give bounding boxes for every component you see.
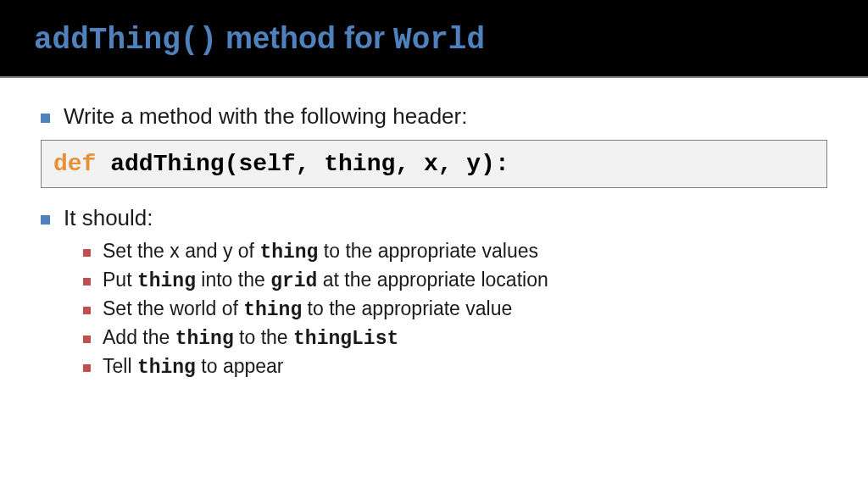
title-mid: method for bbox=[217, 20, 393, 55]
slide-content: Write a method with the following header… bbox=[0, 78, 868, 379]
sub-bullet-item: Set the world of thing to the appropriat… bbox=[83, 297, 827, 321]
sub-bullet-text: Add the thing to the thingList bbox=[103, 326, 398, 350]
sub-bullet-item: Tell thing to appear bbox=[83, 355, 827, 379]
title-code-2: World bbox=[393, 23, 485, 58]
sub-bullet-item: Add the thing to the thingList bbox=[83, 326, 827, 350]
sub-bullet-text: Set the x and y of thing to the appropri… bbox=[103, 240, 538, 263]
text-segment: at the appropriate location bbox=[317, 269, 548, 291]
sub-bullet-text: Tell thing to appear bbox=[103, 355, 284, 379]
code-segment: thing bbox=[137, 357, 196, 379]
sub-bullet-marker-icon bbox=[83, 336, 91, 343]
bullet-item: Write a method with the following header… bbox=[41, 103, 827, 130]
text-segment: Put bbox=[103, 269, 137, 291]
text-segment: to the appropriate values bbox=[318, 240, 538, 262]
code-box: def addThing(self, thing, x, y): bbox=[41, 140, 827, 188]
bullet-marker-icon bbox=[41, 114, 50, 123]
code-segment: thing bbox=[259, 241, 318, 263]
sub-bullet-text: Set the world of thing to the appropriat… bbox=[103, 297, 512, 321]
sub-bullet-item: Set the x and y of thing to the appropri… bbox=[83, 240, 827, 263]
text-segment: Set the world of bbox=[103, 297, 243, 319]
bullet-marker-icon bbox=[41, 215, 50, 225]
code-segment: thing bbox=[175, 328, 234, 350]
text-segment: Tell bbox=[103, 355, 137, 377]
bullet-item: It should: bbox=[41, 205, 827, 231]
sub-bullet-item: Put thing into the grid at the appropria… bbox=[83, 269, 827, 292]
bullet-text: Write a method with the following header… bbox=[64, 103, 467, 130]
sub-list: Set the x and y of thing to the appropri… bbox=[83, 240, 827, 379]
bullet-text: It should: bbox=[64, 205, 153, 231]
sub-bullet-marker-icon bbox=[83, 249, 91, 257]
code-keyword: def bbox=[53, 151, 96, 177]
code-segment: grid bbox=[270, 270, 317, 292]
text-segment: Set the x and y of bbox=[103, 240, 259, 262]
sub-bullet-marker-icon bbox=[83, 364, 91, 372]
text-segment: to the appropriate value bbox=[302, 297, 512, 319]
sub-bullet-marker-icon bbox=[83, 307, 91, 314]
text-segment: into the bbox=[196, 269, 270, 291]
code-rest: addThing(self, thing, x, y): bbox=[96, 151, 509, 177]
text-segment: to the bbox=[234, 326, 293, 348]
code-segment: thing bbox=[243, 299, 302, 321]
title-code-1: addThing() bbox=[34, 23, 217, 58]
sub-bullet-marker-icon bbox=[83, 278, 91, 286]
slide-title: addThing() method for World bbox=[34, 20, 834, 58]
text-segment: Add the bbox=[103, 326, 175, 348]
sub-bullet-text: Put thing into the grid at the appropria… bbox=[103, 269, 548, 292]
code-segment: thing bbox=[137, 270, 196, 292]
text-segment: to appear bbox=[196, 355, 284, 377]
slide-header: addThing() method for World bbox=[0, 0, 868, 78]
code-segment: thingList bbox=[293, 328, 398, 350]
